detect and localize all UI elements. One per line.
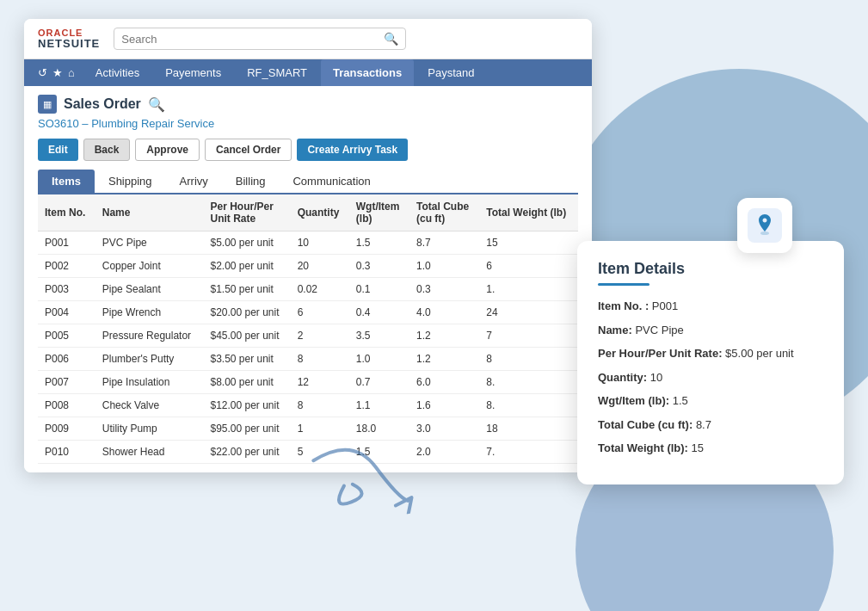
tab-shipping[interactable]: Shipping	[95, 170, 166, 193]
nav-item-payments[interactable]: Payements	[153, 59, 233, 86]
table-cell: 15	[479, 231, 578, 255]
location-icon-inner	[748, 208, 782, 243]
search-link-icon[interactable]: 🔍	[148, 96, 165, 113]
table-cell: P001	[38, 231, 95, 255]
table-cell: 0.7	[349, 371, 409, 394]
table-row[interactable]: P003Pipe Sealant$1.50 per unit0.020.10.3…	[38, 278, 578, 301]
detail-qty-label: Quantity:	[598, 371, 647, 384]
search-input[interactable]	[121, 33, 384, 46]
detail-cube-value: 8.7	[696, 418, 711, 431]
table-cell: 8.	[479, 394, 578, 417]
detail-qty: Quantity: 10	[598, 369, 823, 386]
netsuite-logo-text: NETSUITE	[38, 38, 100, 49]
table-cell: Pipe Wrench	[95, 301, 204, 324]
search-box[interactable]: 🔍	[114, 28, 406, 50]
nav-item-paystand[interactable]: Paystand	[416, 59, 486, 86]
detail-weight: Total Weight (lb): 15	[598, 440, 823, 457]
nav-item-rfsmart[interactable]: RF_SMART	[235, 59, 319, 86]
table-cell: $12.00 per unit	[203, 394, 290, 417]
table-cell: $1.50 per unit	[203, 278, 290, 301]
table-cell: 1.0	[349, 348, 409, 371]
detail-cube-label: Total Cube (cu ft):	[598, 418, 693, 431]
detail-item-no-value: P001	[652, 299, 678, 312]
col-wgt-item: Wgt/Item(lb)	[349, 194, 409, 231]
col-total-weight: Total Weight (lb)	[479, 194, 578, 231]
table-cell: P009	[38, 417, 95, 441]
table-cell: P002	[38, 255, 95, 278]
history-icon[interactable]: ↺	[38, 66, 47, 79]
home-icon[interactable]: ⌂	[68, 66, 75, 79]
search-icon: 🔍	[384, 32, 398, 46]
table-cell: 3.0	[409, 417, 479, 441]
col-total-cube: Total Cube(cu ft)	[409, 194, 479, 231]
table-cell: 0.4	[349, 301, 409, 324]
table-row[interactable]: P005Pressure Regulator$45.00 per unit23.…	[38, 324, 578, 348]
svg-point-0	[760, 231, 769, 235]
nav-item-activities[interactable]: Activities	[83, 59, 151, 86]
table-cell: P004	[38, 301, 95, 324]
table-cell: Pressure Regulator	[95, 324, 204, 348]
table-cell: 7.	[479, 441, 578, 464]
table-cell: Utility Pump	[95, 417, 204, 441]
table-cell: 3.5	[349, 324, 409, 348]
table-row[interactable]: P008Check Valve$12.00 per unit81.11.68.	[38, 394, 578, 417]
ns-logo: ORACLE NETSUITE	[38, 28, 100, 49]
table-row[interactable]: P009Utility Pump$95.00 per unit118.03.01…	[38, 417, 578, 441]
nav-item-transactions[interactable]: Transactions	[321, 59, 414, 86]
create-task-button[interactable]: Create Arrivy Task	[297, 139, 408, 161]
table-row[interactable]: P007Pipe Insulation$8.00 per unit120.76.…	[38, 371, 578, 394]
table-cell: Pipe Sealant	[95, 278, 204, 301]
table-cell: 6.0	[409, 371, 479, 394]
table-cell: 1.2	[409, 348, 479, 371]
detail-name-label: Name:	[598, 324, 632, 336]
back-button[interactable]: Back	[83, 139, 131, 161]
tab-communication[interactable]: Communication	[279, 170, 384, 193]
navbar-icons: ↺ ★ ⌂	[31, 61, 82, 84]
table-cell: 1.	[479, 278, 578, 301]
star-icon[interactable]: ★	[52, 66, 63, 79]
arrow-decoration	[302, 427, 421, 541]
table-cell: 7	[479, 324, 578, 348]
table-cell: 8	[479, 348, 578, 371]
table-cell: 18	[479, 417, 578, 441]
detail-qty-value: 10	[650, 371, 662, 384]
detail-item-no-label: Item No. :	[598, 299, 649, 312]
detail-item-no: Item No. : P001	[598, 298, 823, 315]
table-row[interactable]: P004Pipe Wrench$20.00 per unit60.44.024	[38, 301, 578, 324]
tab-billing[interactable]: Billing	[222, 170, 280, 193]
table-cell: 6	[291, 301, 349, 324]
table-row[interactable]: P006Plumber's Putty$3.50 per unit81.01.2…	[38, 348, 578, 371]
table-cell: 0.3	[409, 278, 479, 301]
table-cell: 10	[291, 231, 349, 255]
table-cell: P005	[38, 324, 95, 348]
table-cell: PVC Pipe	[95, 231, 204, 255]
table-cell: 0.02	[291, 278, 349, 301]
tab-items[interactable]: Items	[38, 170, 95, 193]
page-title: Sales Order	[64, 96, 141, 112]
detail-wgt-label: Wgt/Item (lb):	[598, 394, 669, 407]
table-cell: 8.	[479, 371, 578, 394]
tab-arrivy[interactable]: Arrivy	[166, 170, 222, 193]
item-details-panel: Item Details Item No. : P001 Name: PVC P…	[577, 241, 844, 484]
table-row[interactable]: P002Copper Joint$2.00 per unit200.31.06	[38, 255, 578, 278]
table-cell: P010	[38, 441, 95, 464]
table-cell: 2.0	[409, 441, 479, 464]
table-row[interactable]: P001PVC Pipe$5.00 per unit101.58.715	[38, 231, 578, 255]
table-cell: P008	[38, 394, 95, 417]
location-icon	[755, 214, 774, 237]
table-cell: 24	[479, 301, 578, 324]
edit-button[interactable]: Edit	[38, 139, 78, 161]
item-details-divider	[598, 283, 649, 286]
ns-navbar: ↺ ★ ⌂ Activities Payements RF_SMART Tran…	[24, 59, 592, 86]
cancel-order-button[interactable]: Cancel Order	[205, 139, 292, 161]
table-cell: 8	[291, 394, 349, 417]
items-table-wrap: Item No. Name Per Hour/PerUnit Rate Quan…	[38, 194, 578, 464]
table-cell: 0.1	[349, 278, 409, 301]
table-cell: $20.00 per unit	[203, 301, 290, 324]
table-cell: 4.0	[409, 301, 479, 324]
table-cell: P003	[38, 278, 95, 301]
page-icon-symbol: ▦	[43, 99, 52, 110]
table-header-row: Item No. Name Per Hour/PerUnit Rate Quan…	[38, 194, 578, 231]
approve-button[interactable]: Approve	[135, 139, 200, 161]
detail-rate-label: Per Hour/Per Unit Rate:	[598, 347, 722, 360]
